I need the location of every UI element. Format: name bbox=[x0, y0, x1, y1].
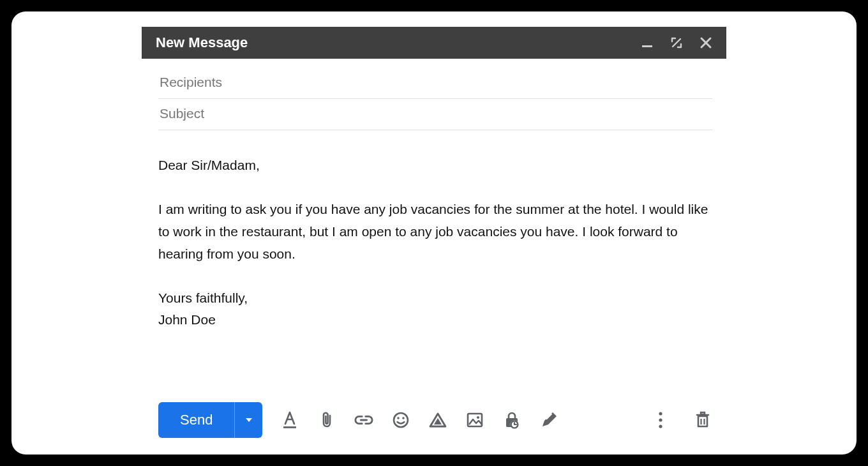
window-title: New Message bbox=[156, 34, 641, 51]
message-body[interactable]: Dear Sir/Madam, I am writing to ask you … bbox=[158, 154, 712, 331]
subject-input[interactable] bbox=[158, 105, 712, 122]
svg-point-17 bbox=[659, 418, 662, 421]
send-button-group: Send bbox=[158, 402, 262, 438]
insert-emoji-icon[interactable] bbox=[391, 410, 410, 430]
insert-link-icon[interactable] bbox=[354, 410, 373, 430]
svg-rect-21 bbox=[701, 412, 705, 414]
header-fields bbox=[158, 68, 712, 130]
confidential-mode-icon[interactable] bbox=[502, 410, 521, 430]
insert-drive-icon[interactable] bbox=[428, 410, 447, 430]
svg-rect-0 bbox=[642, 45, 652, 47]
svg-point-18 bbox=[659, 425, 662, 428]
compose-toolbar: Send bbox=[158, 402, 712, 438]
fullscreen-icon[interactable] bbox=[670, 36, 683, 49]
insert-signature-icon[interactable] bbox=[539, 410, 558, 430]
svg-rect-5 bbox=[283, 426, 296, 428]
toolbar-right bbox=[651, 410, 712, 430]
more-options-icon[interactable] bbox=[651, 410, 670, 430]
svg-point-9 bbox=[403, 417, 405, 419]
recipients-field bbox=[158, 68, 712, 99]
subject-field bbox=[158, 99, 712, 130]
discard-draft-icon[interactable] bbox=[693, 410, 712, 430]
minimize-icon[interactable] bbox=[641, 36, 654, 49]
svg-line-1 bbox=[673, 39, 680, 47]
svg-point-11 bbox=[477, 416, 479, 419]
text-format-icon[interactable] bbox=[280, 410, 299, 430]
insert-photo-icon[interactable] bbox=[465, 410, 484, 430]
close-icon[interactable] bbox=[700, 36, 712, 49]
svg-point-7 bbox=[394, 413, 408, 427]
attach-file-icon[interactable] bbox=[317, 410, 336, 430]
send-button[interactable]: Send bbox=[158, 402, 234, 438]
send-options-button[interactable] bbox=[234, 402, 262, 438]
caret-down-icon bbox=[244, 416, 253, 425]
svg-point-8 bbox=[398, 417, 400, 419]
formatting-toolbar bbox=[280, 410, 558, 430]
window-controls bbox=[641, 36, 712, 49]
recipients-input[interactable] bbox=[158, 74, 712, 91]
compose-window: New Message bbox=[11, 11, 857, 455]
titlebar: New Message bbox=[142, 27, 726, 59]
svg-point-16 bbox=[659, 412, 662, 415]
svg-rect-19 bbox=[698, 416, 707, 426]
